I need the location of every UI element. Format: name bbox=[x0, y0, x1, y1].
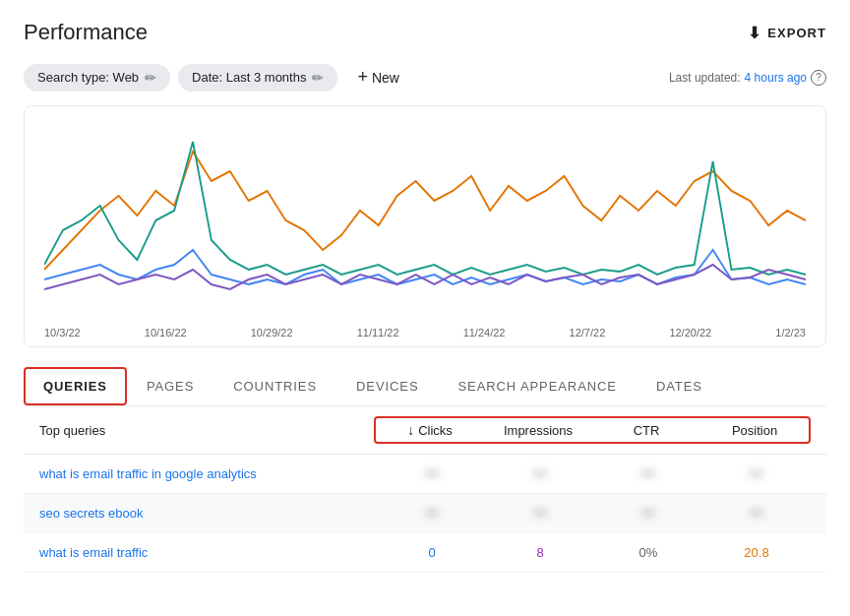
tab-dates[interactable]: DATES bbox=[637, 367, 722, 405]
sort-down-icon: ↓ bbox=[407, 422, 414, 438]
clicks-value: ••• bbox=[378, 466, 486, 481]
export-icon: ⬇ bbox=[748, 24, 761, 42]
ctr-value: ••• bbox=[594, 506, 702, 521]
position-value: ••• bbox=[702, 466, 811, 481]
table-container: Top queries ↓ Clicks Impressions CTR Pos… bbox=[24, 406, 826, 573]
plus-icon: + bbox=[357, 67, 368, 88]
impressions-column-header: Impressions bbox=[484, 422, 592, 438]
table-row: what is email traffic in google analytic… bbox=[24, 455, 826, 494]
new-filter-button[interactable]: + New bbox=[349, 61, 407, 93]
table-row: seo secrets ebook ••• ••• ••• ••• bbox=[24, 494, 826, 533]
date-filter[interactable]: Date: Last 3 months ✏ bbox=[178, 64, 337, 92]
position-value: ••• bbox=[702, 506, 811, 521]
query-link[interactable]: what is email traffic in google analytic… bbox=[39, 466, 378, 481]
query-column-header: Top queries bbox=[39, 423, 374, 438]
ctr-column-header: CTR bbox=[592, 422, 700, 438]
info-icon[interactable]: ? bbox=[811, 70, 826, 86]
row-metrics: ••• ••• ••• ••• bbox=[378, 466, 811, 481]
ctr-value: 0% bbox=[594, 545, 702, 560]
chart-container: 10/3/22 10/16/22 10/29/22 11/11/22 11/24… bbox=[24, 105, 826, 347]
query-link[interactable]: seo secrets ebook bbox=[39, 506, 378, 521]
table-row: what is email traffic 0 8 0% 20.8 bbox=[24, 533, 826, 573]
clicks-column-header: ↓ Clicks bbox=[376, 422, 484, 438]
edit-icon: ✏ bbox=[145, 70, 156, 86]
chart-x-labels: 10/3/22 10/16/22 10/29/22 11/11/22 11/24… bbox=[44, 323, 806, 339]
clicks-value: 0 bbox=[378, 545, 486, 560]
row-metrics: 0 8 0% 20.8 bbox=[378, 545, 811, 560]
ctr-value: ••• bbox=[594, 466, 702, 481]
impressions-value: 8 bbox=[486, 545, 594, 560]
table-header: Top queries ↓ Clicks Impressions CTR Pos… bbox=[24, 406, 826, 455]
clicks-value: ••• bbox=[378, 506, 486, 521]
last-updated: Last updated: 4 hours ago ? bbox=[669, 70, 826, 86]
page-title: Performance bbox=[24, 20, 148, 45]
impressions-value: ••• bbox=[486, 506, 594, 521]
edit-icon-2: ✏ bbox=[312, 70, 324, 86]
tab-pages[interactable]: PAGES bbox=[127, 367, 213, 405]
tabs-container: QUERIES PAGES COUNTRIES DEVICES SEARCH A… bbox=[24, 367, 826, 406]
row-metrics: ••• ••• ••• ••• bbox=[378, 506, 811, 521]
tab-search-appearance[interactable]: SEARCH APPEARANCE bbox=[438, 367, 636, 405]
export-button[interactable]: ⬇ EXPORT bbox=[748, 24, 826, 42]
filter-bar: Search type: Web ✏ Date: Last 3 months ✏… bbox=[24, 61, 826, 93]
tab-queries[interactable]: QUERIES bbox=[24, 367, 127, 405]
position-column-header: Position bbox=[700, 422, 809, 438]
page-header: Performance ⬇ EXPORT bbox=[24, 20, 826, 45]
metrics-header-group: ↓ Clicks Impressions CTR Position bbox=[374, 416, 811, 444]
impressions-value: ••• bbox=[486, 466, 594, 481]
position-value: 20.8 bbox=[702, 545, 811, 560]
tab-devices[interactable]: DEVICES bbox=[336, 367, 438, 405]
tab-countries[interactable]: COUNTRIES bbox=[213, 367, 336, 405]
search-type-filter[interactable]: Search type: Web ✏ bbox=[24, 64, 170, 92]
query-link[interactable]: what is email traffic bbox=[39, 545, 378, 560]
performance-chart bbox=[44, 122, 806, 319]
